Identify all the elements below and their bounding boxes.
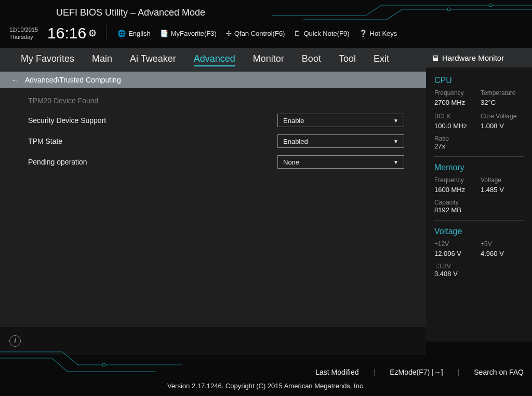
globe-icon: 🌐	[117, 30, 126, 37]
dropdown-value: Enable	[283, 117, 304, 125]
mem-freq-label: Frequency	[434, 176, 477, 184]
cpu-freq: 2700 MHz	[434, 99, 477, 106]
chevron-down-icon: ▼	[393, 159, 398, 165]
setting-label: TPM State	[28, 137, 277, 145]
last-modified-button[interactable]: Last Modified	[315, 368, 358, 376]
v33: 3.408 V	[434, 270, 524, 278]
mem-freq: 1600 MHz	[434, 186, 477, 194]
bclk: 100.0 MHz	[434, 122, 477, 130]
hw-monitor-title: 🖥 Hardware Monitor	[426, 48, 532, 67]
info-icon[interactable]: i	[9, 335, 21, 347]
dropdown-value: Enabled	[283, 138, 308, 145]
v12: 12.096 V	[434, 250, 477, 257]
fan-icon: ✢	[226, 30, 232, 37]
corev: 1.008 V	[481, 122, 524, 130]
search-faq-button[interactable]: Search on FAQ	[474, 368, 524, 376]
tab-ai-tweaker[interactable]: Ai Tweaker	[130, 53, 176, 66]
help-icon: ❔	[359, 30, 367, 37]
footer-bar: Last Modified | EzMode(F7) |→] | Search …	[315, 368, 524, 376]
memory-heading: Memory	[434, 163, 524, 172]
note-icon: 🗒	[294, 30, 301, 37]
bclk-label: BCLK	[434, 113, 477, 120]
main-tabs: My FavoritesMainAi TweakerAdvancedMonito…	[0, 48, 426, 72]
main-panel: TPM20 Device Found Security Device Suppo…	[0, 88, 426, 327]
mem-volt: 1.485 V	[481, 186, 524, 194]
tab-advanced[interactable]: Advanced	[194, 53, 235, 66]
tab-tool[interactable]: Tool	[339, 53, 356, 66]
monitor-icon: 🖥	[431, 53, 439, 62]
voltage-heading: Voltage	[434, 227, 524, 236]
exit-icon: |→]	[432, 368, 443, 376]
breadcrumb-text: Advanced\Trusted Computing	[25, 76, 121, 84]
cpu-temp-label: Temperature	[481, 89, 524, 97]
day: Thursday	[9, 33, 38, 40]
info-bar: i	[0, 327, 426, 355]
tab-my-favorites[interactable]: My Favorites	[21, 53, 74, 66]
mem-volt-label: Voltage	[481, 176, 524, 184]
datetime: 12/10/2015 Thursday	[9, 26, 38, 41]
setting-row: TPM StateEnabled▼	[28, 131, 414, 152]
setting-row: Security Device SupportEnable▼	[28, 110, 414, 131]
toolbar: 12/10/2015 Thursday 16:16 ⚙ 🌐 English 📑 …	[0, 21, 532, 48]
date: 12/10/2015	[9, 26, 38, 33]
setting-label: Security Device Support	[28, 116, 277, 125]
svg-point-2	[102, 363, 105, 366]
device-status: TPM20 Device Found	[28, 97, 414, 105]
myfavorite-button[interactable]: 📑 MyFavorite(F3)	[160, 30, 217, 37]
back-arrow-icon[interactable]: ←	[11, 76, 19, 84]
cpu-heading: CPU	[434, 76, 524, 85]
ezmode-button[interactable]: EzMode(F7) |→]	[390, 368, 443, 376]
v5-label: +5V	[481, 240, 524, 248]
setting-dropdown[interactable]: Enabled▼	[277, 134, 404, 148]
tab-exit[interactable]: Exit	[374, 53, 389, 66]
v12-label: +12V	[434, 240, 477, 248]
setting-label: Pending operation	[28, 158, 277, 166]
qfan-button[interactable]: ✢ Qfan Control(F6)	[226, 30, 285, 37]
mem-cap: 8192 MB	[434, 206, 524, 214]
gear-icon[interactable]: ⚙	[88, 28, 97, 39]
cpu-freq-label: Frequency	[434, 89, 477, 97]
tab-main[interactable]: Main	[92, 53, 112, 66]
favorite-icon: 📑	[160, 30, 168, 37]
cpu-temp: 32°C	[481, 99, 524, 106]
chevron-down-icon: ▼	[393, 118, 398, 124]
tab-monitor[interactable]: Monitor	[253, 53, 284, 66]
quicknote-button[interactable]: 🗒 Quick Note(F9)	[294, 30, 349, 37]
v5: 4.960 V	[481, 250, 524, 257]
setting-row: Pending operationNone▼	[28, 152, 414, 172]
tab-boot[interactable]: Boot	[302, 53, 321, 66]
hotkeys-button[interactable]: ❔ Hot Keys	[359, 30, 397, 37]
v33-label: +3.3V	[434, 263, 524, 270]
copyright: Version 2.17.1246. Copyright (C) 2015 Am…	[0, 382, 532, 390]
dropdown-value: None	[283, 158, 299, 166]
ratio-label: Ratio	[434, 135, 524, 142]
chevron-down-icon: ▼	[393, 139, 398, 144]
ratio: 27x	[434, 142, 524, 150]
language-selector[interactable]: 🌐 English	[117, 30, 151, 37]
corev-label: Core Voltage	[481, 113, 524, 120]
clock: 16:16 ⚙	[47, 24, 97, 42]
mem-cap-label: Capacity	[434, 199, 524, 206]
hardware-monitor: 🖥 Hardware Monitor CPU Frequency Tempera…	[426, 48, 532, 342]
setting-dropdown[interactable]: None▼	[277, 155, 404, 169]
window-title: UEFI BIOS Utility – Advanced Mode	[0, 0, 532, 21]
setting-dropdown[interactable]: Enable▼	[277, 114, 404, 127]
breadcrumb[interactable]: ← Advanced\Trusted Computing	[0, 72, 426, 88]
